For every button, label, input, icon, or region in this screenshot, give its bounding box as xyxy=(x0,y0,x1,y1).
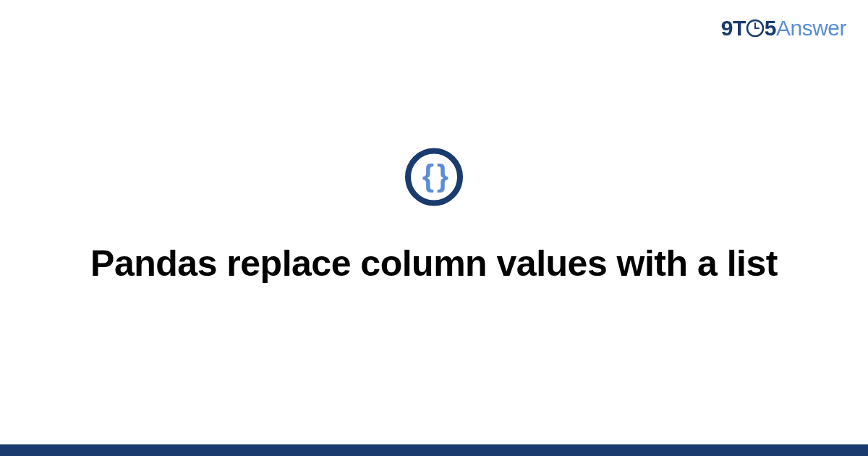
footer-bar xyxy=(0,444,868,456)
page-title: Pandas replace column values with a list xyxy=(0,241,868,287)
code-braces-icon: { } xyxy=(405,148,463,206)
clock-icon xyxy=(746,19,765,38)
brand-text-9t: 9T xyxy=(721,16,746,40)
braces-glyph: { } xyxy=(422,161,446,191)
main-content: { } Pandas replace column values with a … xyxy=(0,148,868,287)
brand-text-5: 5 xyxy=(765,16,776,40)
brand-logo: 9T5Answer xyxy=(721,16,846,41)
brand-text-answer: Answer xyxy=(776,16,846,40)
